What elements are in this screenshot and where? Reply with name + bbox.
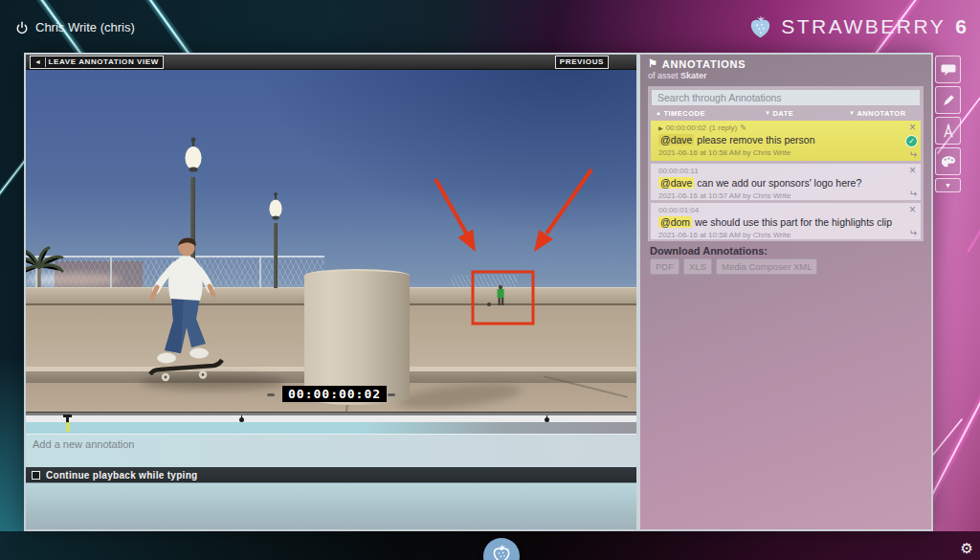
- resolved-check-icon[interactable]: ✓: [905, 135, 918, 147]
- pencil-icon: [941, 93, 956, 108]
- power-icon[interactable]: [15, 21, 29, 34]
- brand-logo: STRAWBERRY 6: [747, 13, 967, 39]
- video-frame[interactable]: 00:00:00:02: [26, 70, 636, 412]
- annotation-tools-toolbar: ▼: [935, 56, 961, 192]
- column-timecode[interactable]: ▲ TIMECODE: [652, 109, 765, 118]
- add-annotation-input[interactable]: [26, 437, 636, 469]
- panel-title: ANNOTATIONS: [662, 58, 746, 70]
- annotation-text: can we add our sponsors' logo here?: [694, 177, 861, 189]
- mention-chip[interactable]: @dave: [658, 177, 694, 189]
- sort-desc-icon: ▼: [765, 110, 770, 116]
- annotation-timecode[interactable]: 00:00:00:11: [658, 167, 699, 175]
- burnin-dash: [388, 393, 395, 396]
- panel-header: ⚑ ANNOTATIONS of asset Skater: [648, 57, 746, 80]
- compass-icon: [941, 123, 956, 139]
- leave-annotation-view-button[interactable]: ◄ LEAVE ANNOTATION VIEW: [30, 56, 164, 69]
- measure-tool-button[interactable]: [935, 117, 961, 145]
- mention-chip[interactable]: @dom: [658, 216, 692, 228]
- column-annotator[interactable]: ▼ ANNOTATOR: [849, 109, 906, 118]
- comment-tool-button[interactable]: [935, 56, 961, 83]
- annotation-text: please remove this person: [694, 134, 814, 146]
- settings-gear-icon[interactable]: ⚙: [961, 541, 973, 556]
- sort-asc-icon: ▲: [656, 110, 661, 116]
- previous-button[interactable]: PREVIOUS: [555, 56, 609, 69]
- timeline[interactable]: [26, 412, 636, 434]
- continue-playback-label: Continue playback while typing: [46, 470, 197, 481]
- close-icon[interactable]: ×: [909, 122, 916, 133]
- annotation-view-window: ◄ LEAVE ANNOTATION VIEW PREVIOUS: [24, 53, 933, 531]
- player-toolbar: ◄ LEAVE ANNOTATION VIEW PREVIOUS: [26, 55, 636, 70]
- annotations-list-box: ▲ TIMECODE ▼ DATE ▼ ANNOTATOR: [648, 86, 924, 241]
- column-date[interactable]: ▼ DATE: [765, 109, 849, 118]
- mention-chip[interactable]: @dave: [658, 134, 694, 146]
- playback-option-bar: Continue playback while typing: [26, 467, 636, 482]
- pencil-icon: ✎: [740, 123, 746, 132]
- annotation-card-selected[interactable]: ▶ 00:00:00:02 (1 reply) ✎ @dave please r…: [651, 121, 921, 161]
- back-arrow-icon: ◄: [34, 57, 46, 67]
- download-media-composer-xml-button[interactable]: Media Composer XML: [716, 258, 818, 275]
- annotation-text: we should use this part for the highligh…: [692, 216, 892, 228]
- download-xls-button[interactable]: XLS: [683, 258, 712, 275]
- annotation-meta: 2021-06-16 at 10:58 AM by Chris Write: [658, 231, 902, 239]
- playhead[interactable]: [63, 414, 72, 432]
- burnin-dash: [267, 393, 275, 396]
- annotation-timecode[interactable]: 00:00:01:04: [658, 206, 699, 214]
- download-buttons: PDF XLS Media Composer XML: [650, 258, 817, 275]
- reply-icon[interactable]: ↵: [909, 189, 917, 199]
- flag-icon: ⚑: [648, 57, 658, 70]
- asset-name: Skater: [680, 71, 707, 80]
- palette-tool-button[interactable]: [935, 147, 961, 175]
- search-annotations-input[interactable]: [652, 90, 920, 105]
- timecode-burnin: 00:00:00:02: [282, 386, 387, 402]
- strawberry-logo-icon: [747, 13, 773, 39]
- leave-annotation-view-label: LEAVE ANNOTATION VIEW: [49, 57, 159, 67]
- annotation-card[interactable]: 00:00:00:11 @dave can we add our sponsor…: [651, 164, 921, 200]
- brand-version: 6: [955, 15, 967, 38]
- download-pdf-button[interactable]: PDF: [650, 258, 679, 275]
- expand-icon[interactable]: ▶: [658, 124, 663, 131]
- annotation-meta: 2021-06-16 at 10:58 AM by Chris Write: [658, 148, 902, 157]
- reply-icon[interactable]: ↵: [909, 149, 917, 160]
- user-name-label: Chris Write (chris): [35, 20, 135, 34]
- user-session-chip[interactable]: Chris Write (chris): [15, 20, 135, 34]
- close-icon[interactable]: ×: [909, 165, 916, 176]
- brand-name: STRAWBERRY: [781, 15, 946, 38]
- strawberry-icon: [490, 542, 513, 560]
- annotation-card[interactable]: 00:00:01:04 @dom we should use this part…: [651, 203, 921, 239]
- app-root: Chris Write (chris) STRAWBERRY 6 ◄ LEAVE…: [0, 0, 980, 560]
- close-icon[interactable]: ×: [909, 204, 916, 215]
- annotation-timecode[interactable]: 00:00:00:02: [666, 123, 706, 132]
- annotations-panel: ⚑ ANNOTATIONS of asset Skater ▲ TIMECODE: [640, 55, 931, 529]
- player-footer-area: [26, 482, 636, 529]
- download-annotations-label: Download Annotations:: [650, 245, 768, 257]
- speech-bubble-icon: [941, 63, 956, 77]
- draw-tool-button[interactable]: [935, 86, 961, 114]
- annotation-meta: 2021-06-16 at 10:57 AM by Chris Write: [658, 191, 902, 200]
- annotation-replies: (1 reply): [709, 123, 737, 132]
- annotation-marker[interactable]: [239, 415, 244, 422]
- chevron-down-icon: ▼: [945, 182, 951, 189]
- distant-person: [487, 285, 504, 306]
- annotation-drawing-layer: [26, 70, 636, 412]
- panel-subtitle: of asset Skater: [648, 71, 746, 80]
- annotation-input-area: [26, 434, 636, 467]
- timeline-bar[interactable]: [26, 422, 636, 434]
- annotation-marker[interactable]: [545, 415, 549, 422]
- previous-label: PREVIOUS: [560, 57, 604, 67]
- more-tools-button[interactable]: ▼: [935, 178, 961, 192]
- annotations-column-headers: ▲ TIMECODE ▼ DATE ▼ ANNOTATOR: [652, 107, 920, 119]
- continue-playback-checkbox[interactable]: [32, 471, 40, 480]
- reply-icon[interactable]: ↵: [909, 228, 917, 238]
- sort-desc-icon: ▼: [849, 110, 855, 116]
- palette-icon: [941, 155, 956, 168]
